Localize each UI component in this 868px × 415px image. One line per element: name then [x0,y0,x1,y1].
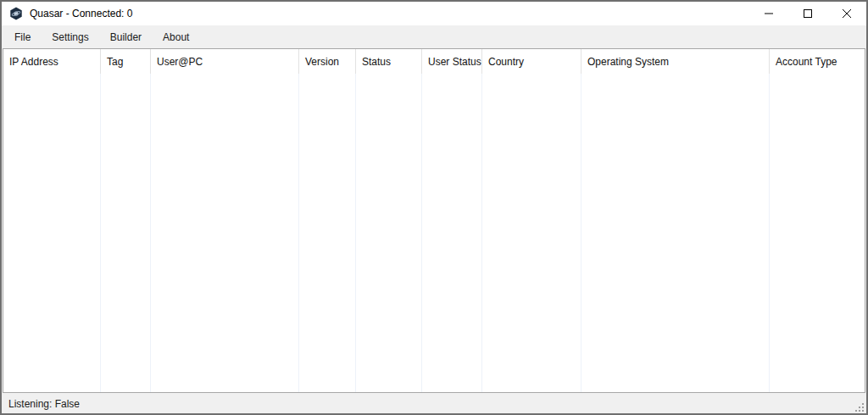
column-track-ip-address [3,74,101,392]
column-track-status [356,74,422,392]
quasar-app-icon [9,7,23,20]
column-header-country[interactable]: Country [482,49,581,74]
title-bar: Quasar - Connected: 0 [2,2,866,25]
client-listview[interactable]: IP AddressTagUser@PCVersionStatusUser St… [3,48,865,393]
column-track-operating-system [581,74,770,392]
column-header-user-pc[interactable]: User@PC [151,49,299,74]
close-button[interactable] [827,2,866,25]
column-track-country [482,74,581,392]
listening-status: Listening: False [8,398,80,410]
menu-item-about[interactable]: About [155,25,197,48]
menu-item-settings[interactable]: Settings [44,25,96,48]
close-icon [843,8,851,20]
status-bar: Listening: False [2,395,866,413]
resize-grip-icon[interactable] [854,401,865,412]
menu-item-file[interactable]: File [7,25,38,48]
column-header-version[interactable]: Version [299,49,356,74]
listview-body[interactable] [3,74,865,392]
column-track-tag [101,74,151,392]
column-header-account-type[interactable]: Account Type [770,49,865,74]
column-header-status[interactable]: Status [356,49,422,74]
column-header-ip-address[interactable]: IP Address [3,49,101,74]
column-header-tag[interactable]: Tag [101,49,151,74]
column-track-account-type [770,74,865,392]
maximize-icon [804,8,812,20]
column-header-operating-system[interactable]: Operating System [581,49,770,74]
menu-item-builder[interactable]: Builder [103,25,149,48]
column-track-user-status [422,74,482,392]
caption-buttons [749,2,866,25]
minimize-icon [765,8,773,20]
minimize-button[interactable] [749,2,788,25]
listview-header: IP AddressTagUser@PCVersionStatusUser St… [3,49,865,74]
menu-bar: File Settings Builder About [2,25,866,48]
column-header-user-status[interactable]: User Status [422,49,482,74]
maximize-button[interactable] [788,2,827,25]
app-window: Quasar - Connected: 0 File Settings Bui [0,0,868,415]
column-track-user-pc [151,74,299,392]
window-title: Quasar - Connected: 0 [30,8,132,19]
column-track-version [299,74,356,392]
